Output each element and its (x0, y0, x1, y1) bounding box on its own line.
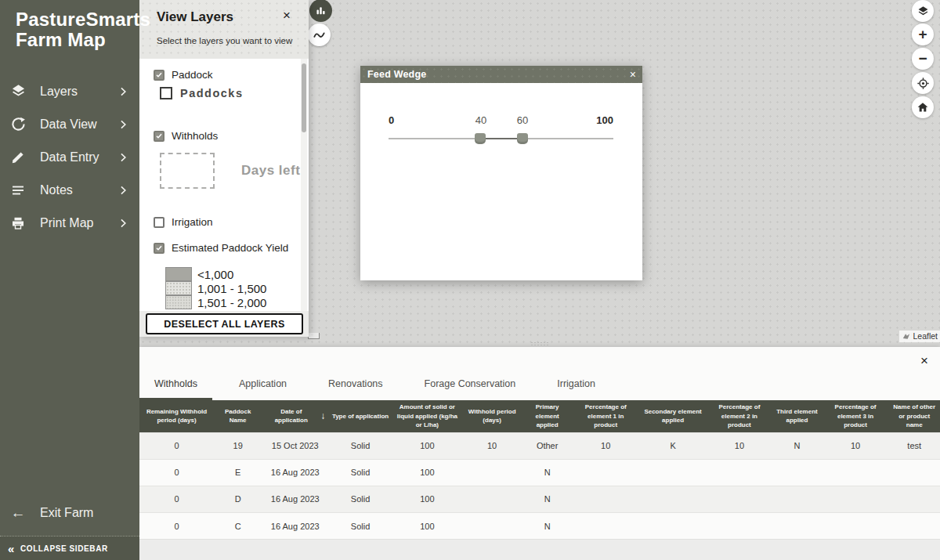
cell: N (522, 459, 572, 486)
column-header[interactable]: Percentage of element 1 in product (573, 400, 639, 432)
tab[interactable]: Forage Conservation (410, 368, 531, 400)
map-layers-control[interactable] (912, 0, 934, 22)
feed-wedge-trend-button[interactable] (308, 23, 331, 46)
cell: 10 (822, 432, 889, 459)
table-row[interactable]: 0 C 16 Aug 2023 Solid 100 N (139, 512, 940, 539)
sidebar-item-data-view[interactable]: Data View (0, 114, 139, 135)
column-header[interactable]: Third element applied (772, 400, 822, 432)
sidebar-item-notes[interactable]: Notes (0, 180, 139, 201)
bar-chart-icon (315, 5, 327, 16)
slider-high-value: 60 (514, 114, 531, 126)
collapse-icon: « (8, 542, 15, 555)
paddock-checkbox[interactable] (154, 70, 164, 81)
cell: 15 Oct 2023 (262, 432, 328, 459)
chevron-right-icon (118, 86, 128, 97)
paddock-legend-label: Paddocks (180, 87, 244, 99)
cell: E (214, 459, 262, 486)
locate-button[interactable] (912, 72, 934, 94)
sidebar-spacer (0, 233, 139, 503)
column-header[interactable]: Amount of solid or liquid applied (kg/ha… (392, 400, 462, 432)
column-header-label: Name of other or product name (891, 403, 937, 430)
irrigation-checkbox-row[interactable]: Irrigation (154, 216, 213, 228)
tab-label: Withholds (154, 378, 197, 389)
feed-wedge-body: 0 40 60 100 (360, 83, 642, 280)
cell: Solid (328, 512, 392, 539)
column-header[interactable]: Type of application (328, 400, 392, 432)
cell (573, 486, 639, 512)
column-header[interactable]: Percentage of element 2 in product (707, 400, 772, 432)
feed-wedge-header[interactable]: Feed Wedge × (360, 66, 642, 83)
panel-scrollbar[interactable] (301, 59, 307, 311)
yield-checkbox-row[interactable]: Estimated Paddock Yield (154, 242, 288, 254)
cell: N (772, 432, 822, 459)
table-row[interactable]: 0 D 16 Aug 2023 Solid 100 N (139, 486, 940, 512)
pencil-icon (9, 149, 27, 166)
zoom-out-button[interactable]: − (912, 48, 934, 70)
chevron-right-icon (118, 185, 128, 196)
bar-chart-button[interactable] (309, 0, 332, 22)
sidebar-item-data-entry[interactable]: Data Entry (0, 147, 139, 168)
slider-handle-low[interactable] (475, 133, 486, 144)
close-icon[interactable]: × (630, 69, 636, 80)
table-row[interactable]: 0 E 16 Aug 2023 Solid 100 N (139, 459, 940, 486)
paddock-checkbox-row[interactable]: Paddock (154, 69, 213, 81)
column-header[interactable]: Percentage of element 3 in product (822, 400, 889, 432)
yield-legend-label: 1,001 - 1,500 (197, 282, 266, 295)
tab-label: Renovations (328, 378, 383, 389)
home-icon (916, 101, 929, 114)
slider-low-value: 40 (472, 114, 490, 126)
tab[interactable]: Renovations (313, 368, 398, 400)
cell: Solid (328, 486, 392, 512)
trend-line-icon (313, 28, 326, 42)
sidebar-item-layers[interactable]: Layers (0, 81, 139, 102)
cell (822, 512, 889, 539)
column-header[interactable]: Date of application ↓ (262, 400, 328, 432)
slider-handle-high[interactable] (517, 133, 528, 144)
sidebar-nav: Layers Data View Data Entry (0, 81, 139, 233)
map-canvas[interactable]: View Layers Select the layers you want t… (139, 0, 940, 347)
tab[interactable]: Application (224, 368, 302, 400)
scrollbar-thumb[interactable] (302, 63, 306, 132)
column-header[interactable]: Primary element applied (522, 400, 572, 432)
withholds-checkbox-row[interactable]: Withholds (154, 130, 218, 142)
cell: 100 (392, 432, 462, 459)
tab-label: Irrigation (557, 378, 595, 389)
column-header-label: Remaining Withhold period (days) (143, 407, 211, 425)
tab[interactable]: Withholds (139, 368, 212, 400)
sidebar-item-label: Exit Farm (40, 506, 93, 520)
cell: 0 (139, 432, 214, 459)
cell: 100 (392, 486, 462, 512)
close-icon[interactable]: × (277, 6, 296, 25)
close-icon[interactable]: × (916, 352, 933, 370)
cell (888, 459, 940, 486)
table-row[interactable]: 0 19 15 Oct 2023 Solid 100 10 Other 10 K… (139, 432, 940, 459)
column-header-label: Paddock Name (217, 407, 258, 425)
column-header[interactable]: Paddock Name (214, 400, 262, 432)
yield-checkbox[interactable] (154, 243, 164, 254)
cell (639, 459, 707, 486)
column-header[interactable]: Name of other or product name (888, 400, 940, 432)
sidebar-item-exit-farm[interactable]: ← Exit Farm (0, 503, 139, 523)
map-attribution[interactable]: Leaflet (899, 331, 940, 342)
yield-swatch-low (165, 267, 192, 281)
collapse-sidebar-button[interactable]: « COLLAPSE SIDEBAR (0, 536, 139, 560)
home-button[interactable] (912, 96, 934, 118)
collapse-label: COLLAPSE SIDEBAR (20, 544, 108, 553)
zoom-in-button[interactable]: + (912, 23, 934, 45)
withholds-checkbox[interactable] (154, 131, 164, 142)
cell (772, 459, 822, 486)
panel-drag-handle[interactable] (530, 341, 549, 346)
column-header-label: Third element applied (775, 407, 819, 425)
sidebar-item-print-map[interactable]: Print Map (0, 213, 139, 233)
column-header[interactable]: Secondary element applied (639, 400, 707, 432)
column-header-label: Withhold period (days) (465, 407, 519, 425)
refresh-icon (9, 116, 27, 133)
app-window: PastureSmarts Farm Map Layers Data View (0, 0, 940, 560)
irrigation-checkbox[interactable] (154, 217, 164, 228)
deselect-all-layers-button[interactable]: DESELECT ALL LAYERS (146, 313, 303, 334)
column-header[interactable]: Remaining Withhold period (days) (139, 400, 214, 432)
chevron-right-icon (118, 152, 128, 163)
tab-label: Application (239, 378, 287, 389)
column-header[interactable]: Withhold period (days) (462, 400, 522, 432)
tab[interactable]: Irrigation (542, 368, 610, 400)
